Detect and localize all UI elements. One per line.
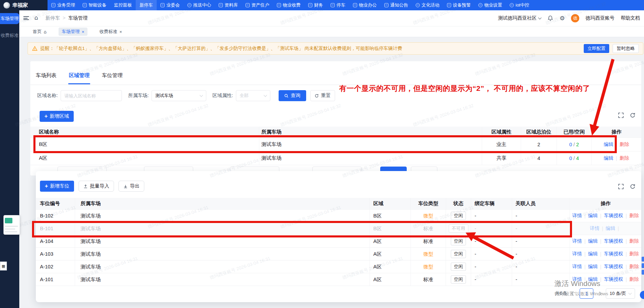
page-size-select[interactable]: 10 条/页 <box>606 288 635 299</box>
tab-lot-management[interactable]: 车场管理 <box>59 28 87 36</box>
nav-item-committee[interactable]: 业委会 <box>157 0 184 10</box>
next-page-icon[interactable] <box>598 291 602 295</box>
page-number[interactable]: 1 <box>580 288 593 299</box>
tab-home[interactable]: 首页 ⌂ <box>30 28 50 36</box>
plus-icon: + <box>44 114 48 119</box>
nav-item-finance[interactable]: 财务 <box>304 0 327 10</box>
edit-link[interactable]: 编辑 <box>606 225 615 232</box>
export-button[interactable]: 导出 <box>118 181 144 192</box>
gear-icon[interactable]: ⚙ <box>560 15 565 22</box>
reload-icon[interactable] <box>630 112 636 118</box>
nav-item-devices[interactable]: 智能设备 <box>79 0 110 10</box>
region-name-input[interactable] <box>61 90 122 101</box>
nav-item-fees[interactable]: 物业收费 <box>273 0 304 10</box>
nav-item-library[interactable]: 资料库 <box>215 0 242 10</box>
nav-item-business[interactable]: 业务受理 <box>48 0 79 10</box>
delete-link[interactable]: 删除 <box>629 264 639 270</box>
edge-toolbar[interactable] <box>642 257 644 275</box>
close-icon[interactable] <box>120 29 122 34</box>
home-icon: ⌂ <box>44 29 46 34</box>
configure-now-button[interactable]: 立即配置 <box>584 44 609 53</box>
region-table: 区域名称 所属车场 区域属性 区域总泊位 已用/空闲 操作 B区 测试车场 业主… <box>30 127 641 165</box>
delete-link[interactable]: 删除 <box>629 213 639 219</box>
delete-link[interactable]: 删除 <box>629 238 639 244</box>
tab-fee-standard[interactable]: 收费标准 <box>96 28 125 36</box>
community-selector[interactable]: 测试德玛西亚社区 <box>498 15 541 21</box>
detail-link[interactable]: 详情 <box>572 264 582 270</box>
detail-link[interactable]: 详情 <box>572 276 582 283</box>
detail-link[interactable]: 详情 <box>590 225 600 232</box>
mini-preview-window[interactable] <box>3 215 20 235</box>
nav-item-assets[interactable]: 资产住户 <box>242 0 273 10</box>
bell-icon[interactable] <box>547 15 553 21</box>
hamburger-icon[interactable] <box>23 16 29 20</box>
tab-spot-management[interactable]: 车位管理 <box>102 72 123 84</box>
avatar[interactable]: 德 <box>571 14 579 22</box>
detail-link[interactable]: 详情 <box>572 213 582 219</box>
nav-item-new-parking[interactable]: 新停车 <box>136 0 157 10</box>
reload-icon[interactable] <box>630 183 636 190</box>
nav-item-iot[interactable]: iot中控 <box>506 0 533 10</box>
nav-item-notices[interactable]: 通知公告 <box>381 0 412 10</box>
edit-link[interactable]: 编辑 <box>588 264 598 270</box>
delete-link[interactable]: 删除 <box>629 251 639 257</box>
delete-link[interactable]: 删除 <box>629 276 639 283</box>
add-spot-button[interactable]: + 新增车位 <box>40 181 74 192</box>
fullscreen-icon[interactable] <box>618 183 624 190</box>
tab-lot-list[interactable]: 车场列表 <box>36 72 56 84</box>
sidebar-item-fee-standard[interactable]: 收费标准 <box>0 32 19 39</box>
fullscreen-icon[interactable] <box>618 112 624 118</box>
prev-page-icon[interactable] <box>572 291 575 295</box>
detail-link[interactable]: 详情 <box>572 251 582 257</box>
attr-select[interactable]: 全部 <box>236 90 270 101</box>
help-doc-link[interactable]: 帮助文档 <box>621 15 640 21</box>
delete-link[interactable]: 删除 <box>620 155 629 161</box>
download-icon <box>123 184 128 189</box>
region-filters: 区域名称: 所属车场: 测试车场 区域属性: 全部 查询 重置 <box>37 90 335 101</box>
lot-select[interactable]: 测试车场 <box>152 90 206 101</box>
background-filter-strip <box>30 165 641 171</box>
close-icon[interactable] <box>82 29 84 34</box>
spot-table-header: 车位编号 所属车场 区域 车位类型 状态 绑定车辆 关联人员 操作 <box>36 198 641 210</box>
spot-table: 车位编号 所属车场 区域 车位类型 状态 绑定车辆 关联人员 操作 B-102 … <box>36 198 641 286</box>
nav-item-settings[interactable]: 物业设置 <box>475 0 506 10</box>
nav-item-office[interactable]: 物业办公 <box>349 0 381 10</box>
nav-item-push-center[interactable]: 推送中心 <box>184 0 215 10</box>
edit-link[interactable]: 编辑 <box>604 155 613 161</box>
fee-icon <box>277 3 281 7</box>
nav-item-alarm[interactable]: 设备预警 <box>443 0 475 10</box>
vehicle-auth-link[interactable]: 车辆授权 <box>604 251 623 257</box>
edit-link[interactable]: 编辑 <box>588 213 598 219</box>
region-name-label: 区域名称: <box>37 93 58 99</box>
committee-icon <box>160 3 165 7</box>
batch-import-button[interactable]: 批量导入 <box>79 181 114 192</box>
nav-item-parking[interactable]: 停车 <box>327 0 349 10</box>
detail-link[interactable]: 详情 <box>572 238 582 244</box>
add-region-button[interactable]: + 新增区域 <box>40 111 74 122</box>
notice-icon <box>384 3 388 7</box>
region-table-header: 区域名称 所属车场 区域属性 区域总泊位 已用/空闲 操作 <box>30 127 641 138</box>
account-name[interactable]: 德玛西亚账号 <box>585 15 614 21</box>
status-badge: 不可用 <box>449 224 468 233</box>
vehicle-auth-link[interactable]: 车辆授权 <box>604 238 623 244</box>
table-row-spot-a104: A-104 测试车场 A区 标准 空闲 - - 详情| 编辑| 车辆授权| 删除 <box>36 235 641 248</box>
vehicle-auth-link[interactable]: 车辆授权 <box>604 264 623 270</box>
floating-tool-widget[interactable]: ▦ <box>0 262 7 270</box>
nav-item-monitor[interactable]: 监控面板 <box>110 0 136 10</box>
vehicle-auth-link[interactable]: 车辆授权 <box>604 276 623 283</box>
edit-link[interactable]: 编辑 <box>588 276 598 283</box>
ignore-button[interactable]: 暂时忽略 <box>613 44 639 53</box>
delete-link[interactable]: 删除 <box>620 141 629 148</box>
vehicle-auth-link[interactable]: 车辆授权 <box>604 213 623 219</box>
search-button[interactable]: 查询 <box>279 90 306 101</box>
tab-region-management[interactable]: 区域管理 <box>69 72 90 84</box>
reset-button[interactable]: 重置 <box>310 90 335 101</box>
sidebar-item-lot-management[interactable]: 车场管理 <box>0 13 19 24</box>
breadcrumb-parent[interactable]: 新停车 <box>45 15 60 21</box>
home-icon[interactable]: ⌂ <box>34 14 38 21</box>
edit-link[interactable]: 编辑 <box>588 251 598 257</box>
edit-link[interactable]: 编辑 <box>588 238 598 244</box>
edit-link[interactable]: 编辑 <box>604 141 613 148</box>
nav-item-culture[interactable]: 文化活动 <box>412 0 443 10</box>
settings-icon <box>478 3 482 7</box>
